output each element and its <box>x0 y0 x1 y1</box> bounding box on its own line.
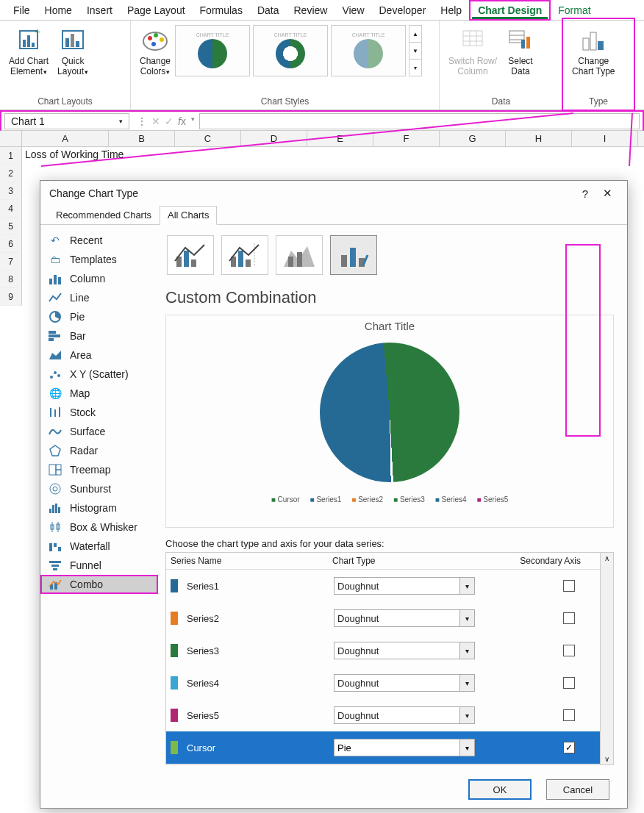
options-icon[interactable]: ⋮ <box>137 115 147 127</box>
chevron-down-icon[interactable]: ▾ <box>119 118 123 125</box>
series-type-select[interactable]: Pie▾ <box>334 739 475 756</box>
row-8[interactable]: 8 <box>0 271 22 288</box>
scroll-down-icon[interactable]: ∨ <box>604 755 609 763</box>
series-row-series2[interactable]: Series2Doughnut▾ <box>166 602 600 634</box>
secondary-axis-checkbox[interactable] <box>563 612 575 624</box>
gallery-down-icon[interactable]: ▼ <box>409 43 421 60</box>
subtype-custom[interactable] <box>330 235 377 275</box>
ct-column[interactable]: Column <box>40 269 158 288</box>
chevron-down-icon[interactable]: ▾ <box>459 707 474 723</box>
ct-scatter[interactable]: X Y (Scatter) <box>40 365 158 384</box>
ct-line[interactable]: Line <box>40 288 158 307</box>
series-type-select[interactable]: Doughnut▾ <box>334 706 475 724</box>
col-b[interactable]: B <box>109 131 175 146</box>
tab-recommended-charts[interactable]: Recommended Charts <box>48 206 160 225</box>
row-7[interactable]: 7 <box>0 253 22 271</box>
cancel-button[interactable]: Cancel <box>546 779 609 800</box>
tab-chart-design[interactable]: Chart Design <box>469 0 551 21</box>
ct-combo[interactable]: Combo <box>40 575 158 594</box>
style-thumb-1[interactable]: CHART TITLE <box>175 25 250 76</box>
ct-bar[interactable]: Bar <box>40 326 158 345</box>
tab-home[interactable]: Home <box>37 1 79 19</box>
row-1[interactable]: 1 <box>0 147 22 165</box>
ct-waterfall[interactable]: Waterfall <box>40 537 158 556</box>
col-a[interactable]: A <box>22 131 109 146</box>
fx-dropdown-icon[interactable]: ▾ <box>191 115 195 127</box>
series-row-series1[interactable]: Series1Doughnut▾ <box>166 570 600 602</box>
ok-button[interactable]: OK <box>468 779 532 800</box>
series-row-series5[interactable]: Series5Doughnut▾ <box>166 699 600 731</box>
chevron-down-icon[interactable]: ▾ <box>459 578 474 594</box>
gallery-spinner[interactable]: ▲▼▾ <box>409 25 422 76</box>
select-all-corner[interactable] <box>0 131 22 146</box>
secondary-axis-checkbox[interactable] <box>563 709 575 721</box>
secondary-axis-checkbox[interactable] <box>563 645 575 656</box>
tab-data[interactable]: Data <box>250 1 287 19</box>
formula-bar[interactable] <box>199 113 640 129</box>
add-chart-element-button[interactable]: + Add Chart Element▾ <box>4 24 53 79</box>
tab-file[interactable]: File <box>6 1 37 19</box>
col-e[interactable]: E <box>307 131 373 146</box>
chevron-down-icon[interactable]: ▾ <box>459 610 474 626</box>
style-thumb-3[interactable]: CHART TITLE <box>331 25 406 76</box>
select-data-button[interactable]: Select Data <box>501 24 540 79</box>
chevron-down-icon[interactable]: ▾ <box>459 675 474 691</box>
ct-funnel[interactable]: Funnel <box>40 556 158 575</box>
tab-insert[interactable]: Insert <box>79 1 120 19</box>
tab-help[interactable]: Help <box>433 1 469 19</box>
series-type-select[interactable]: Doughnut▾ <box>334 642 475 659</box>
ct-stock[interactable]: Stock <box>40 403 158 422</box>
fx-icon[interactable]: fx <box>178 115 186 127</box>
ct-map[interactable]: 🌐Map <box>40 384 158 403</box>
subtype-1[interactable] <box>167 235 214 275</box>
col-h[interactable]: H <box>506 131 572 146</box>
subtype-2[interactable] <box>221 235 268 275</box>
ct-surface[interactable]: Surface <box>40 422 158 441</box>
scroll-up-icon[interactable]: ∧ <box>604 554 609 562</box>
change-chart-type-button[interactable]: Change Chart Type <box>568 24 619 79</box>
ct-box-whisker[interactable]: Box & Whisker <box>40 517 158 537</box>
col-c[interactable]: C <box>175 131 241 146</box>
change-colors-button[interactable]: Change Colors▾ <box>135 24 175 79</box>
close-icon[interactable]: ✕ <box>596 187 618 200</box>
dialog-help-button[interactable]: ? <box>574 187 596 200</box>
ct-area[interactable]: Area <box>40 345 158 365</box>
tab-review[interactable]: Review <box>287 1 335 19</box>
gallery-up-icon[interactable]: ▲ <box>409 26 421 43</box>
series-type-select[interactable]: Doughnut▾ <box>334 609 475 627</box>
row-2[interactable]: 2 <box>0 165 22 182</box>
secondary-axis-checkbox[interactable] <box>563 677 575 689</box>
ct-radar[interactable]: Radar <box>40 441 158 460</box>
tab-format[interactable]: Format <box>551 1 598 19</box>
row-6[interactable]: 6 <box>0 235 22 253</box>
secondary-axis-checkbox[interactable]: ✓ <box>563 742 575 753</box>
ct-templates[interactable]: 🗀Templates <box>40 250 158 269</box>
series-scrollbar[interactable]: ∧ ∨ <box>600 553 613 764</box>
name-box[interactable]: Chart 1▾ <box>4 113 129 129</box>
tab-developer[interactable]: Developer <box>372 1 434 19</box>
gallery-more-icon[interactable]: ▾ <box>409 60 421 76</box>
quick-layout-button[interactable]: Quick Layout▾ <box>53 24 93 79</box>
subtype-3[interactable] <box>276 235 323 275</box>
row-4[interactable]: 4 <box>0 200 22 218</box>
tab-view[interactable]: View <box>334 1 371 19</box>
chevron-down-icon[interactable]: ▾ <box>459 739 474 756</box>
series-row-series3[interactable]: Series3Doughnut▾ <box>166 634 600 667</box>
series-type-select[interactable]: Doughnut▾ <box>334 577 475 595</box>
tab-formulas[interactable]: Formulas <box>193 1 250 19</box>
col-i[interactable]: I <box>572 131 638 146</box>
ct-sunburst[interactable]: Sunburst <box>40 479 158 498</box>
style-thumb-2[interactable]: CHART TITLE <box>253 25 328 76</box>
secondary-axis-checkbox[interactable] <box>563 580 575 592</box>
row-5[interactable]: 5 <box>0 218 22 235</box>
cancel-icon[interactable]: ✕ <box>151 115 160 127</box>
tab-page-layout[interactable]: Page Layout <box>120 1 193 19</box>
ct-recent[interactable]: ↶Recent <box>40 231 158 250</box>
enter-icon[interactable]: ✓ <box>165 115 173 127</box>
row-3[interactable]: 3 <box>0 182 22 200</box>
chart-styles-gallery[interactable]: CHART TITLE CHART TITLE CHART TITLE ▲▼▾ <box>175 24 422 78</box>
series-type-select[interactable]: Doughnut▾ <box>334 674 475 692</box>
ct-pie[interactable]: Pie <box>40 307 158 326</box>
chevron-down-icon[interactable]: ▾ <box>459 642 474 659</box>
row-9[interactable]: 9 <box>0 288 22 306</box>
